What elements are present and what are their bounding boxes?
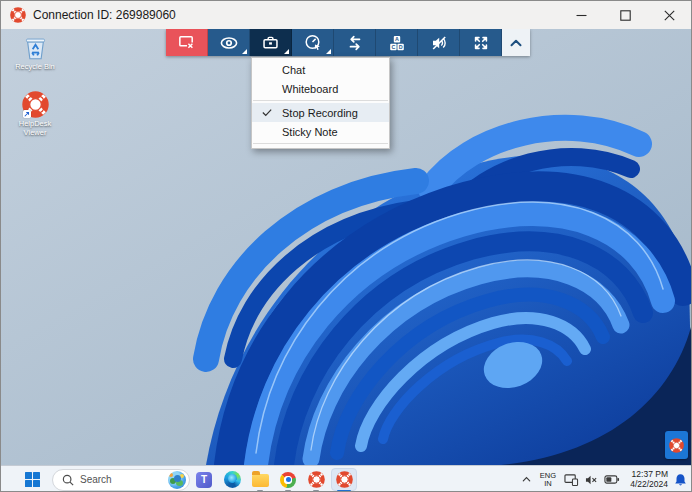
maximize-icon [620, 10, 631, 21]
chevron-up-icon [521, 474, 532, 485]
speaker-muted-icon [585, 474, 598, 486]
tray-date: 4/22/2024 [630, 480, 668, 490]
menu-item-label: Whiteboard [282, 83, 338, 95]
taskbar-app-helpdesk[interactable] [302, 466, 330, 492]
helpdesk-floating-button[interactable] [665, 431, 688, 459]
collapse-toolbar-button[interactable] [502, 29, 530, 56]
swap-arrows-icon [345, 33, 365, 53]
shortcut-blocks-icon: A C D [387, 33, 407, 53]
taskbar-app-helpdesk-viewer-active[interactable] [330, 466, 358, 492]
svg-text:A: A [395, 36, 399, 42]
actions-button[interactable]: A C D [376, 29, 418, 56]
helpdesk-app-icon [10, 7, 26, 23]
menu-item-label: Sticky Note [282, 126, 338, 138]
tray-overflow-button[interactable] [518, 466, 534, 492]
svg-text:C: C [391, 43, 395, 49]
tray-battery-button[interactable] [602, 466, 621, 492]
tray-volume-button[interactable] [583, 466, 599, 492]
menu-item-chat[interactable]: Chat [252, 60, 389, 79]
switch-sides-button[interactable] [334, 29, 376, 56]
edge-icon [224, 471, 241, 488]
system-tray: ENG IN [518, 466, 689, 492]
speed-gauge-icon [303, 33, 323, 53]
desktop-icon-label: HelpDesk Viewer [7, 120, 63, 137]
helpdesk-icon [308, 471, 325, 488]
menu-separator [253, 143, 388, 144]
speed-button[interactable] [292, 29, 334, 56]
view-eye-icon [219, 33, 239, 53]
desktop-icon-helpdesk-viewer[interactable]: HelpDesk Viewer [7, 91, 63, 137]
file-explorer-icon [252, 474, 269, 487]
svg-text:D: D [398, 43, 402, 49]
helpdesk-icon [336, 471, 353, 488]
notification-center-button[interactable] [671, 466, 689, 492]
view-button[interactable] [208, 29, 250, 56]
taskbar-app-chrome[interactable] [274, 466, 302, 492]
tray-device-button[interactable] [562, 466, 580, 492]
taskbar-app-file-explorer[interactable] [246, 466, 274, 492]
toolbox-button[interactable] [250, 29, 292, 56]
remote-viewer-window: Connection ID: 269989060 [0, 0, 692, 492]
disconnect-screen-icon [177, 33, 196, 52]
toolbox-dropdown-menu: Chat Whiteboard Stop Recording Sticky No… [251, 57, 390, 149]
fullscreen-expand-icon [471, 33, 491, 53]
close-icon [664, 10, 675, 21]
clock[interactable]: 12:37 PM 4/22/2024 [624, 466, 668, 492]
menu-item-stop-recording[interactable]: Stop Recording [252, 103, 389, 122]
fullscreen-button[interactable] [460, 29, 502, 56]
desktop-icon-recycle-bin[interactable]: Recycle Bin [7, 34, 63, 72]
search-highlight-globe-icon [168, 471, 186, 489]
taskbar: Search T [1, 465, 691, 492]
minimize-icon [576, 10, 587, 21]
desktop-icon-label: Recycle Bin [7, 63, 63, 72]
menu-item-label: Stop Recording [282, 107, 358, 119]
search-placeholder: Search [80, 474, 168, 485]
start-button[interactable] [17, 467, 47, 492]
chrome-icon [280, 472, 296, 488]
check-icon [252, 108, 282, 117]
teams-icon: T [196, 472, 212, 488]
menu-item-sticky-note[interactable]: Sticky Note [252, 122, 389, 141]
disconnect-button[interactable] [166, 29, 208, 56]
menu-separator [253, 100, 388, 101]
sound-button[interactable] [418, 29, 460, 56]
menu-item-whiteboard[interactable]: Whiteboard [252, 79, 389, 98]
collapse-chevron-icon [507, 34, 525, 52]
monitor-device-icon [564, 473, 579, 487]
battery-icon [604, 474, 620, 485]
minimize-button[interactable] [559, 1, 603, 29]
toolbox-icon [261, 33, 280, 52]
remote-desktop-view: Recycle Bin HelpDesk Viewer [1, 29, 692, 465]
menu-item-label: Chat [282, 64, 305, 76]
taskbar-app-teams[interactable]: T [190, 466, 218, 492]
maximize-button[interactable] [603, 1, 647, 29]
recycle-bin-icon [22, 34, 49, 61]
notification-bell-icon [674, 473, 687, 487]
search-box[interactable]: Search [52, 469, 190, 491]
window-title: Connection ID: 269989060 [33, 8, 176, 22]
taskbar-app-edge[interactable] [218, 466, 246, 492]
mute-speaker-icon [429, 33, 449, 53]
titlebar: Connection ID: 269989060 [1, 1, 691, 29]
search-icon [62, 474, 74, 486]
shortcut-arrow-badge [23, 110, 31, 118]
windows-logo-icon [25, 472, 40, 487]
language-line2: IN [544, 480, 552, 488]
close-button[interactable] [647, 1, 691, 29]
language-indicator[interactable]: ENG IN [537, 466, 559, 492]
remote-control-toolbar: A C D [166, 29, 530, 56]
lifering-icon [669, 438, 684, 453]
